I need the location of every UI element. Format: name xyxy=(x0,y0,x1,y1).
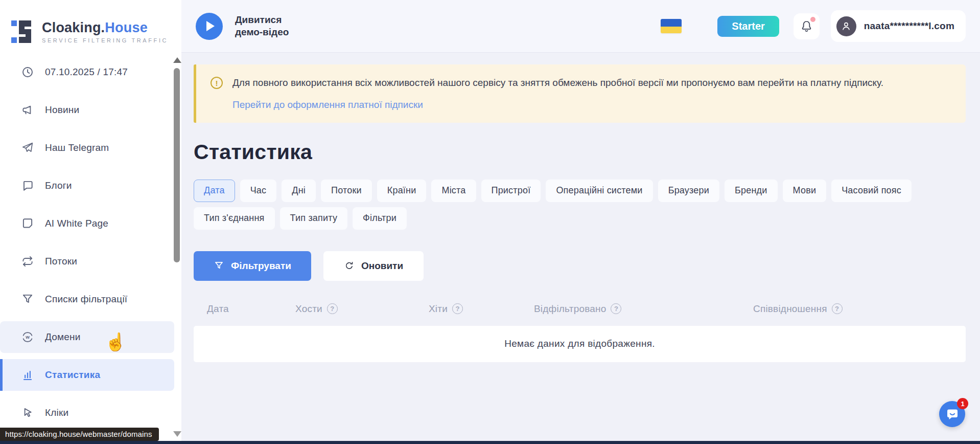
chat-widget-button[interactable]: 1 xyxy=(939,401,965,427)
sidebar-scroll-down-arrow-icon[interactable] xyxy=(173,431,181,437)
megaphone-icon xyxy=(20,103,35,117)
page-title: Статистика xyxy=(194,140,966,164)
mouse-cursor-icon: ☝ xyxy=(105,331,126,352)
sidebar-item-label: Потоки xyxy=(45,256,77,267)
flag-yellow-stripe xyxy=(661,27,682,33)
chat-bubble-icon xyxy=(20,179,35,193)
sidebar-item-label: Домени xyxy=(45,331,81,343)
filter-chip-languages[interactable]: Мови xyxy=(783,180,827,202)
sidebar-item-filter-lists[interactable]: Списки фільтрації xyxy=(0,283,174,315)
sidebar-item-clicks[interactable]: Кліки xyxy=(0,397,174,429)
column-header-hits: Хіти ? xyxy=(429,303,534,315)
filter-chip-devices[interactable]: Пристрої xyxy=(481,180,541,202)
play-demo-button[interactable] xyxy=(196,13,223,40)
filter-chip-operating-systems[interactable]: Операційні системи xyxy=(546,180,652,202)
refresh-button-label: Оновити xyxy=(361,260,403,272)
filter-chip-request-type[interactable]: Тип запиту xyxy=(280,207,348,230)
language-flag-ukraine[interactable] xyxy=(661,19,682,33)
notifications-button[interactable] xyxy=(794,13,820,39)
sidebar-item-label: Блоги xyxy=(45,180,72,191)
brand-logo[interactable]: Cloaking.House SERVICE FILTERING TRAFFIC xyxy=(0,0,181,51)
flag-blue-stripe xyxy=(661,19,682,27)
funnel-icon xyxy=(20,292,35,306)
page-icon xyxy=(20,216,35,231)
chat-unread-badge: 1 xyxy=(957,398,968,409)
filter-chip-group: Дата Час Дні Потоки Країни Міста Пристро… xyxy=(194,180,950,230)
help-icon[interactable]: ? xyxy=(611,303,621,314)
user-account-button[interactable]: naata**********l.com xyxy=(831,10,966,42)
sidebar-item-streams[interactable]: Потоки xyxy=(0,246,174,277)
filter-chip-browsers[interactable]: Браузери xyxy=(658,180,719,202)
brand-name-primary: Cloaking. xyxy=(42,20,105,35)
filter-chip-filters[interactable]: Фільтри xyxy=(353,207,407,230)
brand-name: Cloaking.House SERVICE FILTERING TRAFFIC xyxy=(42,20,168,43)
refresh-button[interactable]: Оновити xyxy=(323,251,424,281)
column-label: Дата xyxy=(207,303,229,315)
demo-video-link[interactable]: Дивитися демо-відео xyxy=(235,14,289,39)
banner-text: Для повного використання всіх можливосте… xyxy=(232,76,883,90)
empty-state-card: Немає даних для відображення. xyxy=(194,326,966,362)
column-header-hosts: Хости ? xyxy=(295,303,429,315)
sidebar-item-telegram[interactable]: Наш Telegram xyxy=(0,132,174,164)
stats-table-header: Дата Хости ? Хіти ? Відфільтровано ? Спі… xyxy=(194,303,966,315)
main-content: ! Для повного використання всіх можливос… xyxy=(181,53,980,444)
column-label: Хіти xyxy=(429,303,448,315)
sidebar-item-blogs[interactable]: Блоги xyxy=(0,170,174,202)
sidebar-item-label: Наш Telegram xyxy=(45,142,109,153)
sidebar-item-domains[interactable]: w Домени xyxy=(0,321,174,353)
filter-chip-connection-type[interactable]: Тип з'єднання xyxy=(194,207,275,230)
column-header-ratio: Співвідношення ? xyxy=(753,303,966,315)
bar-chart-icon xyxy=(20,368,35,382)
sidebar-item-label: Статистика xyxy=(45,369,100,381)
filter-chip-time[interactable]: Час xyxy=(240,180,277,202)
brand-tagline: SERVICE FILTERING TRAFFIC xyxy=(42,37,168,43)
avatar xyxy=(836,16,856,36)
column-label: Відфільтровано xyxy=(534,303,606,315)
subscribe-link[interactable]: Перейти до оформлення платної підписки xyxy=(232,99,423,110)
column-header-filtered: Відфільтровано ? xyxy=(534,303,753,315)
clock-icon xyxy=(20,65,35,79)
status-bar-url: https://cloaking.house/webmaster/domains xyxy=(0,428,159,441)
sidebar-nav: 07.10.2025 / 17:47 Новини Наш Telegram Б… xyxy=(0,51,181,429)
topbar-right: Starter naata**********l.com xyxy=(661,10,966,42)
filter-chip-cities[interactable]: Міста xyxy=(431,180,476,202)
sidebar-item-ai-white-page[interactable]: AI White Page xyxy=(0,208,174,239)
filter-chip-date[interactable]: Дата xyxy=(194,180,235,202)
warning-icon: ! xyxy=(211,77,223,89)
brand-name-accent: House xyxy=(105,20,148,35)
window-bottom-edge xyxy=(0,441,980,444)
filter-chip-brands[interactable]: Бренди xyxy=(725,180,778,202)
cursor-icon xyxy=(20,406,35,420)
sidebar: Cloaking.House SERVICE FILTERING TRAFFIC… xyxy=(0,0,181,444)
column-label: Співвідношення xyxy=(753,303,827,315)
globe-icon: w xyxy=(20,330,35,344)
chat-smile-icon xyxy=(945,407,960,422)
filter-button[interactable]: Фільтрувати xyxy=(194,251,311,281)
help-icon[interactable]: ? xyxy=(452,303,463,314)
sidebar-item-datetime: 07.10.2025 / 17:47 xyxy=(0,56,174,88)
column-label: Хости xyxy=(295,303,322,315)
app-window: Cloaking.House SERVICE FILTERING TRAFFIC… xyxy=(0,0,980,444)
notification-dot xyxy=(810,17,815,22)
sidebar-scrollbar-thumb[interactable] xyxy=(174,68,180,262)
plan-starter-button[interactable]: Starter xyxy=(717,16,779,37)
help-icon[interactable]: ? xyxy=(327,303,338,314)
filter-chip-streams[interactable]: Потоки xyxy=(321,180,372,202)
brand-logo-icon xyxy=(11,19,35,45)
topbar: Дивитися демо-відео Starter naata*******… xyxy=(181,0,980,53)
sidebar-item-label: Кліки xyxy=(45,407,68,418)
sidebar-item-statistics[interactable]: Статистика xyxy=(0,359,174,391)
sidebar-item-news[interactable]: Новини xyxy=(0,94,174,126)
user-email: naata**********l.com xyxy=(864,20,954,32)
filter-chip-timezone[interactable]: Часовий пояс xyxy=(831,180,912,202)
demo-video-line2: демо-відео xyxy=(235,26,289,38)
telegram-icon xyxy=(20,141,35,155)
filter-chip-countries[interactable]: Країни xyxy=(377,180,427,202)
trial-warning-banner: ! Для повного використання всіх можливос… xyxy=(194,64,966,123)
help-icon[interactable]: ? xyxy=(832,303,843,314)
column-header-date: Дата xyxy=(207,303,295,315)
repeat-icon xyxy=(20,254,35,269)
filter-chip-days[interactable]: Дні xyxy=(282,180,316,202)
demo-video-line1: Дивитися xyxy=(235,14,289,26)
sidebar-scroll-up-arrow-icon[interactable] xyxy=(173,57,181,63)
